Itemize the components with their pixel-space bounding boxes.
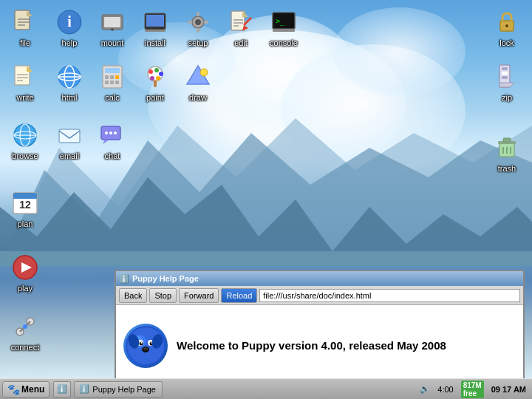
- email-icon: [55, 120, 84, 150]
- svg-point-52: [154, 68, 159, 72]
- svg-rect-49: [115, 81, 119, 84]
- icon-lock[interactable]: lock: [485, 7, 529, 48]
- svg-point-55: [150, 76, 154, 81]
- lock-icon: [492, 7, 522, 37]
- icon-help[interactable]: i help: [47, 7, 92, 48]
- puppy-logo: [123, 324, 168, 368]
- svg-rect-82: [502, 67, 508, 70]
- icon-email-label: email: [60, 151, 79, 161]
- svg-point-78: [23, 324, 27, 329]
- browser-title: Puppy Help Page: [132, 274, 199, 283]
- browser-content: Welcome to Puppy version 4.00, released …: [116, 305, 523, 386]
- desktop: file i help mount install setup: [0, 0, 532, 399]
- icon-mount-label: mount: [101, 38, 124, 48]
- browser-toolbar: Back Stop Forward Reload: [116, 286, 523, 305]
- memory-tray: 817M free: [458, 381, 487, 398]
- svg-rect-44: [105, 75, 109, 79]
- setup-icon: [183, 7, 213, 37]
- svg-rect-12: [104, 17, 120, 27]
- icon-trash[interactable]: trash: [485, 133, 529, 174]
- svg-rect-15: [146, 15, 164, 27]
- browser-url-input[interactable]: [259, 289, 520, 302]
- start-label: Menu: [21, 384, 44, 395]
- trash-icon: [492, 133, 522, 163]
- icon-write-label: write: [16, 93, 33, 103]
- browser-stop-button[interactable]: Stop: [149, 288, 177, 303]
- icon-setup[interactable]: setup: [176, 7, 220, 48]
- svg-marker-85: [499, 83, 514, 87]
- svg-point-53: [159, 72, 163, 76]
- svg-marker-65: [103, 140, 109, 144]
- icon-chat[interactable]: chat: [90, 120, 134, 161]
- edit-icon: [226, 7, 256, 37]
- icon-console[interactable]: >_ console: [262, 7, 306, 48]
- icon-connect-label: connect: [11, 343, 40, 352]
- icon-connect[interactable]: connect: [3, 312, 47, 352]
- icon-zip-label: zip: [502, 93, 512, 103]
- taskbar-icon-btn[interactable]: ℹ️: [53, 381, 71, 398]
- icon-file[interactable]: file: [3, 7, 47, 48]
- taskbar-tray: 🔊 4:00 817M free 09 17 AM: [417, 381, 532, 398]
- icon-console-label: console: [270, 38, 298, 48]
- svg-rect-46: [115, 75, 119, 79]
- install-icon: [140, 7, 170, 37]
- icon-play-label: play: [18, 284, 33, 293]
- icon-calc[interactable]: calc: [90, 62, 134, 103]
- icon-html[interactable]: html: [47, 62, 92, 103]
- svg-point-80: [505, 24, 508, 27]
- network-label: 4:00: [437, 385, 453, 394]
- html-icon: [55, 62, 84, 92]
- icon-email[interactable]: email: [47, 120, 92, 161]
- icon-help-label: help: [62, 38, 78, 48]
- svg-rect-20: [197, 28, 200, 33]
- browser-back-button[interactable]: Back: [119, 288, 147, 303]
- svg-rect-19: [197, 12, 200, 16]
- network-tray: 4:00: [434, 381, 456, 398]
- browser-title-icon: ℹ️: [119, 274, 129, 284]
- svg-point-67: [109, 132, 112, 134]
- icon-draw[interactable]: draw: [176, 62, 220, 103]
- svg-point-51: [149, 69, 153, 74]
- svg-text:12: 12: [19, 199, 31, 211]
- zip-icon: [492, 62, 522, 92]
- svg-point-100: [141, 342, 143, 344]
- icon-browse-label: browse: [12, 151, 38, 161]
- write-icon: [10, 62, 40, 92]
- icon-play[interactable]: play: [3, 253, 47, 293]
- browser-reload-button[interactable]: Reload: [221, 288, 257, 303]
- icon-draw-label: draw: [189, 93, 207, 103]
- icon-calc-label: calc: [105, 93, 120, 103]
- svg-rect-21: [188, 21, 192, 24]
- file-icon: [10, 7, 40, 37]
- icon-plan[interactable]: 12 plan: [3, 188, 47, 229]
- taskbar-puppy-help-btn[interactable]: ℹ️ Puppy Help Page: [74, 381, 163, 398]
- start-icon: 🐾: [7, 383, 19, 395]
- icon-lock-label: lock: [499, 38, 514, 48]
- icon-edit[interactable]: edit: [219, 7, 263, 48]
- start-button[interactable]: 🐾 Menu: [2, 381, 50, 398]
- svg-point-54: [156, 76, 160, 81]
- taskbar: 🐾 Menu ℹ️ ℹ️ Puppy Help Page 🔊 4:00 817M…: [0, 378, 532, 399]
- calc-icon: [98, 62, 127, 92]
- chat-icon: [98, 120, 127, 150]
- welcome-message: Welcome to Puppy version 4.00, released …: [177, 339, 446, 352]
- icon-plan-label: plan: [18, 219, 33, 229]
- icon-trash-label: trash: [498, 164, 516, 174]
- browser-forward-button[interactable]: Forward: [179, 288, 219, 303]
- svg-text:i: i: [67, 13, 72, 30]
- svg-point-68: [114, 132, 117, 134]
- volume-tray[interactable]: 🔊: [417, 381, 433, 398]
- draw-icon: [183, 62, 213, 92]
- icon-mount[interactable]: mount: [90, 7, 134, 48]
- svg-point-58: [200, 69, 208, 76]
- icon-browse[interactable]: browse: [3, 120, 47, 161]
- icon-zip[interactable]: zip: [485, 62, 529, 103]
- icon-install[interactable]: install: [133, 7, 177, 48]
- icon-paint[interactable]: paint: [133, 62, 177, 103]
- svg-point-103: [143, 347, 148, 350]
- volume-icon: 🔊: [420, 384, 430, 394]
- mount-icon: [98, 7, 127, 37]
- icon-write[interactable]: write: [3, 62, 47, 103]
- taskbar-puppy-help-label: Puppy Help Page: [92, 385, 156, 394]
- help-icon: i: [55, 7, 84, 37]
